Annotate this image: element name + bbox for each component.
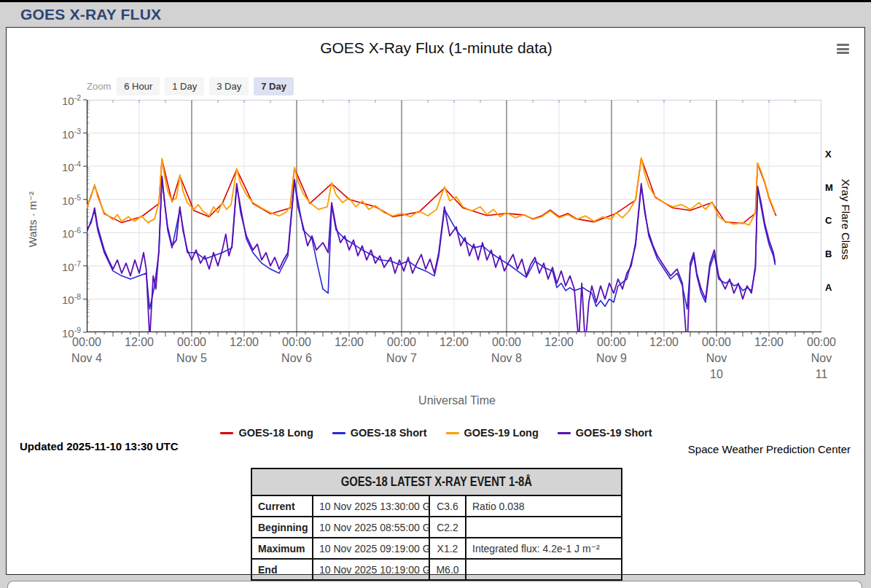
zoom-button-3-day[interactable]: 3 Day — [209, 77, 249, 95]
legend-item-goes-18-short[interactable]: GOES-18 Short — [332, 427, 427, 439]
zoom-controls: Zoom 6 Hour1 Day3 Day7 Day — [87, 77, 299, 95]
legend-item-goes-19-short[interactable]: GOES-19 Short — [558, 427, 652, 439]
x-tick-label: 00:00Nov 9 — [596, 334, 627, 366]
event-label: Current — [251, 495, 313, 517]
flare-class-label-b: B — [825, 248, 832, 259]
legend-swatch — [558, 432, 571, 434]
y-tick-label: 10-2 — [27, 93, 81, 107]
x-tick-label: 12:00 — [125, 334, 154, 350]
event-info — [466, 517, 622, 538]
x-tick-label: 00:00Nov 4 — [71, 334, 102, 366]
page-header: GOES X-RAY FLUX — [0, 2, 871, 26]
event-time: 10 Nov 2025 08:55:00 GMT — [313, 517, 429, 538]
page-title: GOES X-RAY FLUX — [20, 6, 161, 23]
legend-item-goes-19-long[interactable]: GOES-19 Long — [446, 427, 539, 439]
event-time: 10 Nov 2025 09:19:00 GMT — [313, 538, 429, 559]
x-tick-label: 00:00Nov 5 — [176, 334, 207, 366]
event-class: C2.2 — [429, 517, 466, 538]
event-label: End — [251, 559, 313, 580]
event-table-row: End10 Nov 2025 10:19:00 GMTM6.0 — [251, 559, 622, 580]
x-tick-label: 12:00 — [754, 334, 784, 350]
event-class: C3.6 — [429, 495, 466, 517]
next-panel-edge — [7, 581, 862, 588]
hamburger-menu-icon[interactable] — [837, 44, 851, 55]
x-tick-label: 12:00 — [544, 334, 574, 350]
y-tick-label: 10-3 — [27, 126, 81, 140]
legend-label: GOES-19 Long — [464, 427, 539, 439]
legend-label: GOES-19 Short — [576, 427, 652, 439]
event-time: 10 Nov 2025 10:19:00 GMT — [313, 559, 429, 580]
event-info — [466, 559, 622, 580]
legend-label: GOES-18 Long — [238, 427, 313, 439]
legend-label: GOES-18 Short — [351, 427, 427, 439]
x-tick-label: 12:00 — [230, 334, 259, 350]
chart-title: GOES X-Ray Flux (1-minute data) — [7, 39, 866, 57]
y-tick-label: 10-4 — [27, 160, 81, 173]
event-label: Maximum — [251, 538, 313, 559]
y-tick-label: 10-7 — [27, 259, 81, 273]
flare-class-label-x: X — [825, 149, 832, 160]
legend-swatch — [220, 432, 233, 434]
event-info: Ratio 0.038 — [466, 495, 622, 517]
flare-class-label-m: M — [825, 181, 833, 192]
chart-panel: GOES X-Ray Flux (1-minute data) Zoom 6 H… — [6, 27, 865, 575]
x-tick-label: 00:00Nov11 — [807, 334, 836, 382]
zoom-button-7-day[interactable]: 7 Day — [254, 77, 294, 95]
x-tick-label: 00:00Nov 8 — [491, 334, 522, 366]
x-tick-label: 12:00 — [440, 334, 469, 350]
legend-item-goes-18-long[interactable]: GOES-18 Long — [220, 427, 313, 439]
legend-swatch — [446, 432, 459, 434]
event-info: Integrated flux: 4.2e-1 J m⁻² — [466, 538, 622, 559]
x-tick-label: 12:00 — [649, 334, 679, 350]
event-table-row: Beginning10 Nov 2025 08:55:00 GMTC2.2 — [251, 517, 622, 538]
event-class: X1.2 — [429, 538, 466, 559]
y-tick-label: 10-6 — [27, 226, 81, 240]
credit-text: Space Weather Prediction Center — [688, 443, 851, 455]
zoom-button-group: 6 Hour1 Day3 Day7 Day — [117, 77, 299, 95]
y-tick-label: 10-5 — [27, 192, 81, 206]
event-label: Beginning — [251, 517, 313, 538]
event-table-row: Maximum10 Nov 2025 09:19:00 GMTX1.2Integ… — [251, 538, 622, 559]
event-table-title: GOES-18 LATEST X-RAY EVENT 1-8Å — [251, 469, 622, 495]
event-table: GOES-18 LATEST X-RAY EVENT 1-8Å Current1… — [251, 468, 622, 581]
x-axis-title: Universal Time — [90, 394, 824, 407]
x-tick-label: 00:00Nov10 — [702, 334, 731, 382]
x-tick-label: 00:00Nov 7 — [386, 334, 417, 366]
event-time: 10 Nov 2025 13:30:00 GMT — [313, 495, 429, 517]
x-tick-label: 00:00Nov 6 — [281, 334, 312, 366]
updated-timestamp: Updated 2025-11-10 13:30 UTC — [20, 440, 179, 452]
legend-swatch — [332, 432, 345, 434]
event-table-row: Current10 Nov 2025 13:30:00 GMTC3.6Ratio… — [251, 495, 622, 517]
plot-area[interactable] — [87, 100, 821, 332]
x-tick-label: 12:00 — [335, 334, 364, 350]
series-goes-19-long — [87, 158, 775, 225]
flare-class-label-a: A — [825, 281, 832, 292]
zoom-button-6-hour[interactable]: 6 Hour — [117, 77, 160, 95]
series-goes-18-short — [87, 178, 775, 309]
event-class: M6.0 — [429, 559, 466, 580]
y-tick-label: 10-8 — [27, 292, 81, 306]
right-axis-title: Xray Flare Class — [836, 161, 852, 278]
legend: GOES-18 LongGOES-18 ShortGOES-19 LongGOE… — [7, 427, 866, 439]
zoom-button-1-day[interactable]: 1 Day — [165, 77, 204, 95]
zoom-label: Zoom — [87, 81, 111, 92]
flare-class-label-c: C — [825, 215, 832, 226]
